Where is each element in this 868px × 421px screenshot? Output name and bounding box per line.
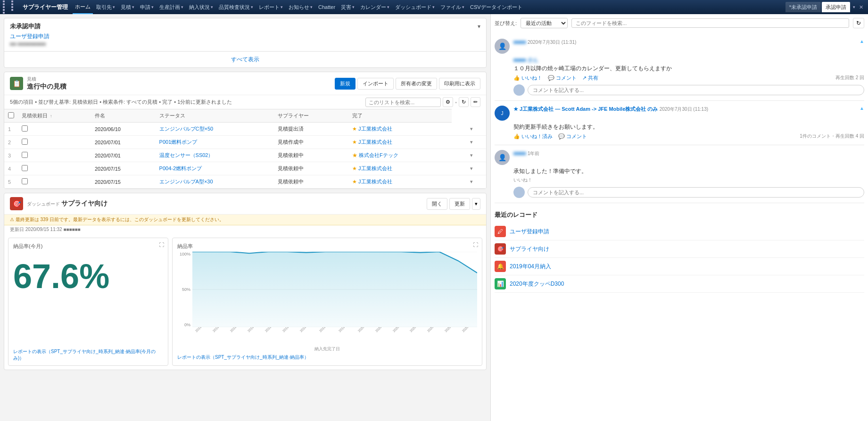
quote-edit-icon[interactable]: ✏ (471, 97, 480, 107)
col-complete[interactable]: 完了 (348, 109, 452, 123)
pending-dropdown-icon[interactable]: ▾ (478, 23, 480, 30)
nav-mitsumori[interactable]: 見積▾ (118, 0, 137, 14)
post-3-time: 1年前 (528, 151, 540, 156)
nav-oshirase[interactable]: お知らせ▾ (286, 0, 315, 14)
post-1-share-button[interactable]: ↗ 共有 (582, 74, 598, 82)
new-quote-button[interactable]: 新規 (335, 78, 355, 90)
row-dropdown[interactable]: ▾ (466, 175, 486, 189)
post-1-avatar: 👤 (495, 39, 510, 54)
print-button[interactable]: 印刷用に表示 (439, 78, 480, 90)
quote-refresh-icon[interactable]: ↻ (459, 97, 469, 107)
row-name[interactable]: P001燃料ポンプ (156, 136, 274, 149)
recent-item[interactable]: 📊 2020年度クッペD300 (495, 275, 864, 293)
post-2-meta: ★ J工業株式会社 — Scott Adam -> JFE Mobile株式会社… (513, 106, 856, 113)
chart-trend-title: 納品率 (177, 243, 477, 250)
quote-section: 📋 見積 進行中の見積 新規 インポート 所有者の変更 印刷用に表示 5個の項目… (4, 72, 487, 189)
post-1-comment-button[interactable]: 💬 コメント (548, 74, 577, 82)
import-button[interactable]: インポート (357, 78, 394, 90)
nav-file[interactable]: ファイル▾ (438, 0, 467, 14)
chart-x-label: 2020年3月 (392, 327, 406, 333)
row-dropdown[interactable]: ▾ (466, 162, 486, 175)
nav-hinshitsu[interactable]: 品質検査状況▾ (216, 0, 256, 14)
row-checkbox[interactable] (22, 165, 28, 171)
sort-select[interactable]: 最近の活動最新の投稿最も古い投稿 (521, 18, 568, 28)
chart-trend-expand-icon[interactable]: ⛶ (473, 242, 478, 248)
row-dropdown[interactable]: ▾ (466, 123, 486, 136)
change-owner-button[interactable]: 所有者の変更 (396, 78, 437, 90)
nav-torihikisaki[interactable]: 取引先▾ (94, 0, 117, 14)
nav-shinsei[interactable]: 申請▾ (138, 0, 156, 14)
row-dropdown[interactable]: ▾ (466, 149, 486, 162)
chart-x-label: 2020年2月 (374, 327, 389, 333)
chart-month-link[interactable]: レポートの表示（SPT_サプライヤ向け_時系列_納達·納品率(今月のみ)） (13, 348, 163, 362)
chatter-search-input[interactable] (571, 18, 849, 28)
row-supplier[interactable]: ★ J工業株式会社 (348, 162, 452, 175)
row-checkbox[interactable] (22, 152, 28, 158)
pending-link[interactable]: ユーザ登録申請 (10, 33, 480, 41)
app-grid-icon[interactable] (3, 0, 19, 14)
row-name[interactable]: P004-2燃料ポンプ (156, 162, 274, 175)
dash-open-button[interactable]: 開く (427, 198, 447, 210)
row-checkbox[interactable] (22, 125, 28, 132)
row-supplier[interactable]: ★ J工業株式会社 (348, 136, 452, 149)
chart-trend-link[interactable]: レポートの表示（SPT_サプライヤ向け_時系列_納達·納品率） (177, 354, 477, 361)
tab-unapproved[interactable]: *未承認申請 (785, 2, 821, 12)
recent-item-icon: 📊 (495, 278, 506, 289)
row-supplier[interactable]: ★ J工業株式会社 (348, 123, 452, 136)
dash-dropdown-icon[interactable]: ▾ (472, 198, 480, 210)
row-num: 3 (4, 149, 18, 162)
row-check (18, 162, 91, 175)
nav-saigai[interactable]: 災害▾ (339, 0, 357, 14)
row-checkbox[interactable] (22, 139, 28, 145)
post-1-expand-icon[interactable]: ▲ (860, 39, 864, 44)
quote-gear-icon[interactable]: ⚙ (443, 97, 453, 107)
chart-month-expand-icon[interactable]: ⛶ (159, 242, 164, 248)
nav-home[interactable]: ホーム (73, 0, 93, 14)
post-2-expand-icon[interactable]: ▲ (860, 106, 864, 111)
nav-seisan[interactable]: 生産計画▾ (157, 0, 186, 14)
nav-chatter[interactable]: Chatter (316, 0, 338, 14)
col-date[interactable]: 見積依頼日 ↑ (18, 109, 91, 123)
post-1-like-button[interactable]: 👍 いいね！ (513, 74, 542, 82)
col-check (4, 109, 18, 123)
nav-report[interactable]: レポート▾ (256, 0, 285, 14)
nav-csv[interactable]: CSVデータインポート (468, 0, 525, 14)
table-row: 5 2020/07/15 エンジンバルブA型×30 見積依頼中 ★ J工業株式会… (4, 175, 486, 189)
nav-calendar[interactable]: カレンダー▾ (358, 0, 392, 14)
post-2-liked-button[interactable]: 👍 いいね！済み (513, 133, 553, 140)
dash-update-button[interactable]: 更新 (449, 198, 470, 210)
row-status: 見積依頼中 (274, 162, 348, 175)
nav-nounyuu[interactable]: 納入状況▾ (187, 0, 215, 14)
post-2-comment-button[interactable]: 💬 コメント (558, 133, 587, 140)
row-name[interactable]: エンジンバルブC型×50 (156, 123, 274, 136)
recent-item[interactable]: 🎯 サプライヤ向け (495, 240, 864, 258)
recent-item[interactable]: 🖊 ユーザ登録申請 (495, 223, 864, 240)
tab-close-icon[interactable]: ✕ (857, 4, 865, 10)
row-supplier[interactable]: ★ J工業株式会社 (348, 175, 452, 189)
row-name[interactable]: エンジンバルブA型×30 (156, 175, 274, 189)
recent-item[interactable]: 🔔 2019年04月納入 (495, 258, 864, 275)
tabs-dropdown-icon[interactable]: ▾ (851, 5, 857, 9)
quote-table: 見積依頼日 ↑ 件名 ステータス サプライヤー 完了 1 2020/06/10 … (4, 109, 486, 189)
quote-search-input[interactable] (365, 98, 441, 107)
navbar: サプライヤー管理 ホーム 取引先▾ 見積▾ 申請▾ 生産計画▾ 納入状況▾ 品質… (0, 0, 868, 14)
post-1-comment-input[interactable] (528, 85, 864, 95)
col-supplier[interactable]: サプライヤー (274, 109, 348, 123)
post-3-like-text: いいね！ (513, 177, 532, 182)
row-checkbox[interactable] (22, 178, 28, 184)
dash-subtitle: ダッシュボード (27, 201, 60, 206)
row-name[interactable]: 温度センサー（SS02） (156, 149, 274, 162)
col-status[interactable]: ステータス (156, 109, 274, 123)
row-supplier[interactable]: ★ 株式会社Fテック (348, 149, 452, 162)
row-dropdown[interactable]: ▾ (466, 136, 486, 149)
post-2-author: ★ J工業株式会社 — Scott Adam -> JFE Mobile株式会社… (513, 106, 658, 112)
col-name[interactable]: 件名 (91, 109, 156, 123)
chart-month-value: 67.6% (13, 259, 163, 293)
post-3-comment-input[interactable] (528, 187, 864, 198)
nav-dashboard[interactable]: ダッシュボード▾ (393, 0, 437, 14)
recent-items-container: 🖊 ユーザ登録申請 🎯 サプライヤ向け 🔔 2019年04月納入 📊 2020年… (495, 223, 864, 293)
chatter-refresh-button[interactable]: ↻ (853, 18, 864, 28)
show-all-link[interactable]: すべて表示 (231, 56, 259, 63)
select-all-checkbox[interactable] (8, 112, 14, 118)
tab-approved[interactable]: 承認申請 (822, 2, 850, 12)
